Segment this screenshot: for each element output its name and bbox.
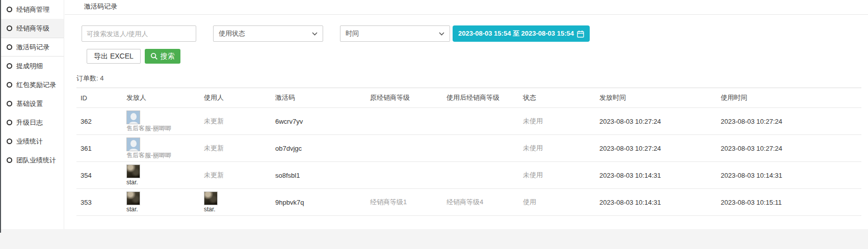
chevron-down-icon [439,32,444,36]
column-header: 原经销商等级 [366,88,442,108]
cell-after-level [442,108,519,135]
cell-user: 未更新 [200,135,271,162]
sidebar-item-team-performance-stats[interactable]: 团队业绩统计 [0,151,64,170]
window-left-edge [0,0,1,233]
user-text: 未更新 [204,172,224,179]
cell-code: so8fsbl1 [271,162,366,189]
user-text: 未更新 [204,118,224,125]
cell-sender: star. [122,189,200,216]
circle-icon [7,157,12,163]
cell-used-at: 2023-08-03 10:15:11 [717,189,861,216]
cell-user: 未更新 [200,108,271,135]
sender-person: star. [126,191,200,213]
sidebar-item-activation-code-records[interactable]: 激活码记录 [0,38,64,57]
table-row: 362售后客服-丽唧唧未更新6wcrv7yv未使用2023-08-03 10:2… [76,108,861,135]
cell-id: 353 [76,189,122,216]
cell-after-level [442,162,519,189]
sidebar-item-label: 业绩统计 [16,137,43,146]
sender-name: 售后客服-丽唧唧 [126,125,171,132]
sidebar-item-commission-details[interactable]: 提成明细 [0,57,64,75]
search-input[interactable] [82,25,196,42]
user-person: 未更新 [204,172,271,179]
column-header: 使用后经销商等级 [442,88,519,108]
sidebar-item-performance-stats[interactable]: 业绩统计 [0,132,64,151]
sidebar-item-label: 红包奖励记录 [16,80,56,90]
cell-used-at: 2023-08-03 10:14:31 [717,162,861,189]
date-range-value: 2023-08-03 15:54 至 2023-08-03 15:54 [458,29,574,38]
column-header: 发放时间 [595,88,717,108]
column-header: 状态 [519,88,595,108]
sidebar-item-red-packet-reward-records[interactable]: 红包奖励记录 [0,75,64,94]
user-name: star. [204,206,216,213]
cell-sender: star. [122,162,200,189]
cell-issued-at: 2023-08-03 10:27:24 [595,135,717,162]
cell-code: 9hpbvk7q [271,189,366,216]
cell-user: 未更新 [200,162,271,189]
search-icon [150,52,158,60]
circle-icon [7,101,12,106]
table-row: 354star.未更新so8fsbl1未使用2023-08-03 10:14:3… [76,162,861,189]
cell-after-level: 经销商等级4 [442,189,519,216]
sender-photo-avatar [126,164,140,178]
order-count: 订单数: 4 [76,74,868,83]
status-select[interactable]: 使用状态 [213,25,323,42]
sender-default-avatar [126,110,140,124]
cell-sender: 售后客服-丽唧唧 [122,108,200,135]
records-table-wrap: ID发放人使用人激活码原经销商等级使用后经销商等级状态发放时间使用时间 362售… [76,88,861,216]
column-header: 使用人 [200,88,271,108]
column-header: ID [76,88,122,108]
search-button-label: 搜索 [161,52,175,61]
time-select[interactable]: 时间 [340,25,450,42]
date-range-button[interactable]: 2023-08-03 15:54 至 2023-08-03 15:54 [453,25,590,42]
cell-sender: 售后客服-丽唧唧 [122,135,200,162]
circle-icon [7,63,12,69]
cell-issued-at: 2023-08-03 10:14:31 [595,162,717,189]
circle-icon [7,82,12,88]
sender-name: star. [126,206,138,213]
column-header: 使用时间 [717,88,861,108]
circle-icon [7,7,12,12]
actions-row: 导出 EXCEL 搜索 [87,49,868,64]
chevron-down-icon [312,32,318,36]
main-content: 激活码记录 使用状态 时间 2023-08-03 15:54 至 2023-08… [65,0,868,229]
cell-original-level: 经销商等级1 [366,189,442,216]
circle-icon [7,139,12,144]
cell-status: 未使用 [519,108,595,135]
sender-person: 售后客服-丽唧唧 [126,110,200,132]
cell-status: 使用 [519,189,595,216]
search-button[interactable]: 搜索 [145,49,180,64]
sidebar-item-label: 团队业绩统计 [16,156,56,165]
export-excel-button[interactable]: 导出 EXCEL [87,49,141,64]
cell-status: 未使用 [519,135,595,162]
user-photo-avatar [204,191,218,205]
circle-icon [7,120,12,125]
sidebar-item-label: 提成明细 [16,62,43,71]
cell-after-level [442,135,519,162]
sidebar-item-dealer-level[interactable]: 经销商等级 [0,19,64,38]
sender-photo-avatar [126,191,140,205]
cell-status: 未使用 [519,162,595,189]
user-person: star. [204,191,271,213]
user-text: 未更新 [204,145,224,152]
filters-row: 使用状态 时间 2023-08-03 15:54 至 2023-08-03 15… [82,25,868,42]
cell-id: 354 [76,162,122,189]
sidebar-item-upgrade-log[interactable]: 升级日志 [0,113,64,132]
sidebar-item-dealer-management[interactable]: 经销商管理 [0,0,64,19]
records-table: ID发放人使用人激活码原经销商等级使用后经销商等级状态发放时间使用时间 362售… [76,88,861,216]
cell-original-level [366,135,442,162]
cell-issued-at: 2023-08-03 10:14:31 [595,189,717,216]
sender-name: 售后客服-丽唧唧 [126,152,171,159]
sidebar-item-basic-settings[interactable]: 基础设置 [0,94,64,113]
circle-icon [7,44,12,50]
cell-id: 362 [76,108,122,135]
user-person: 未更新 [204,118,271,125]
cell-issued-at: 2023-08-03 10:27:24 [595,108,717,135]
sender-person: 售后客服-丽唧唧 [126,137,200,159]
table-row: 361售后客服-丽唧唧未更新ob7dvjgc未使用2023-08-03 10:2… [76,135,861,162]
sidebar-item-label: 激活码记录 [16,43,49,52]
circle-icon [7,25,12,31]
cell-code: 6wcrv7yv [271,108,366,135]
time-select-value: 时间 [346,29,359,38]
cell-user: star. [200,189,271,216]
sender-name: star. [126,179,138,186]
